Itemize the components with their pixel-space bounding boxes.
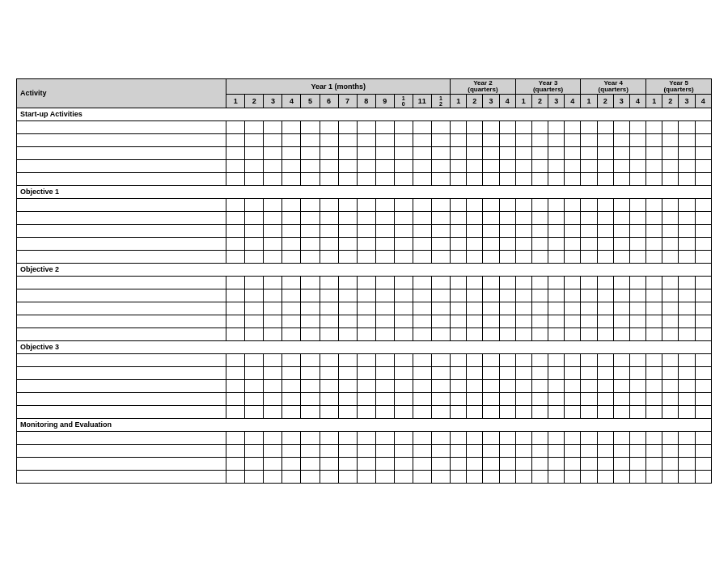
- data-cell: [613, 471, 629, 484]
- data-cell: [245, 406, 264, 419]
- data-cell: [338, 160, 357, 173]
- data-cell: [413, 289, 431, 302]
- data-cell: [264, 238, 282, 251]
- data-cell: [338, 328, 357, 341]
- data-cell: [548, 251, 565, 264]
- month-4: 4: [282, 95, 301, 108]
- activity-cell: [17, 289, 226, 302]
- data-cell: [320, 121, 338, 134]
- data-cell: [413, 406, 431, 419]
- data-cell: [515, 147, 531, 160]
- data-cell: [357, 212, 375, 225]
- data-cell: [431, 212, 450, 225]
- data-cell: [375, 354, 394, 367]
- data-cell: [394, 212, 413, 225]
- data-cell: [245, 251, 264, 264]
- data-cell: [451, 354, 467, 367]
- data-cell: [483, 121, 499, 134]
- data-cell: [662, 277, 679, 289]
- data-cell: [431, 289, 450, 302]
- data-cell: [451, 289, 467, 302]
- y5-q1: 1: [646, 95, 662, 108]
- activity-cell: [17, 199, 226, 212]
- data-cell: [394, 199, 413, 212]
- data-cell: [320, 354, 338, 367]
- table-row: [17, 225, 712, 238]
- data-cell: [245, 121, 264, 134]
- data-cell: [301, 445, 320, 458]
- data-cell: [320, 432, 338, 445]
- data-cell: [531, 199, 548, 212]
- y5-q4: 4: [695, 95, 711, 108]
- data-cell: [483, 212, 499, 225]
- data-cell: [226, 160, 245, 173]
- data-cell: [515, 302, 531, 315]
- data-cell: [301, 380, 320, 393]
- data-cell: [646, 406, 662, 419]
- data-cell: [375, 328, 394, 341]
- activity-cell: [17, 380, 226, 393]
- data-cell: [565, 302, 581, 315]
- data-cell: [320, 225, 338, 238]
- data-cell: [320, 406, 338, 419]
- data-cell: [483, 445, 499, 458]
- table-row: [17, 471, 712, 484]
- data-cell: [679, 225, 695, 238]
- data-cell: [679, 471, 695, 484]
- data-cell: [613, 328, 629, 341]
- data-cell: [695, 212, 711, 225]
- data-cell: [282, 328, 301, 341]
- data-cell: [338, 302, 357, 315]
- data-cell: [597, 121, 613, 134]
- data-cell: [226, 289, 245, 302]
- data-cell: [245, 147, 264, 160]
- data-cell: [499, 277, 515, 289]
- section-title-obj3: Objective 3: [17, 341, 712, 354]
- data-cell: [613, 121, 629, 134]
- data-cell: [226, 302, 245, 315]
- data-cell: [695, 315, 711, 328]
- data-cell: [531, 328, 548, 341]
- activity-cell: [17, 445, 226, 458]
- table-row: [17, 277, 712, 289]
- data-cell: [695, 251, 711, 264]
- data-cell: [662, 393, 679, 406]
- data-cell: [375, 380, 394, 393]
- data-cell: [629, 199, 645, 212]
- data-cell: [483, 160, 499, 173]
- data-cell: [613, 445, 629, 458]
- data-cell: [467, 315, 483, 328]
- data-cell: [597, 315, 613, 328]
- data-cell: [515, 212, 531, 225]
- data-cell: [581, 289, 597, 302]
- data-cell: [613, 251, 629, 264]
- data-cell: [226, 225, 245, 238]
- data-cell: [375, 121, 394, 134]
- data-cell: [357, 147, 375, 160]
- data-cell: [301, 406, 320, 419]
- data-cell: [282, 173, 301, 186]
- data-cell: [679, 238, 695, 251]
- data-cell: [597, 212, 613, 225]
- data-cell: [282, 199, 301, 212]
- data-cell: [548, 471, 565, 484]
- data-cell: [531, 367, 548, 380]
- data-cell: [413, 134, 431, 147]
- data-cell: [515, 199, 531, 212]
- activity-cell: [17, 393, 226, 406]
- data-cell: [394, 238, 413, 251]
- data-cell: [320, 277, 338, 289]
- data-cell: [581, 212, 597, 225]
- y2-q4: 4: [499, 95, 515, 108]
- data-cell: [581, 199, 597, 212]
- data-cell: [467, 173, 483, 186]
- data-cell: [451, 393, 467, 406]
- data-cell: [467, 289, 483, 302]
- data-cell: [581, 406, 597, 419]
- data-cell: [394, 302, 413, 315]
- table-row: [17, 458, 712, 471]
- y4-q2: 2: [597, 95, 613, 108]
- data-cell: [338, 380, 357, 393]
- data-cell: [413, 225, 431, 238]
- data-cell: [662, 134, 679, 147]
